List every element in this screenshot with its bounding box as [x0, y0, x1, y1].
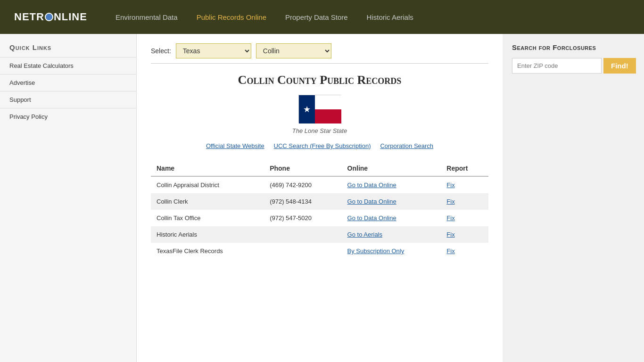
fix-link[interactable]: Fix — [446, 198, 454, 205]
state-select[interactable]: AlabamaAlaskaArizonaArkansasCaliforniaCo… — [176, 43, 251, 58]
flag-red-stripe — [315, 109, 341, 123]
zip-input[interactable] — [512, 58, 602, 74]
fix-link[interactable]: Fix — [446, 231, 454, 238]
county-title: Collin County Public Records — [151, 73, 488, 87]
record-report[interactable]: Fix — [441, 226, 488, 243]
main-nav: Environmental Data Public Records Online… — [106, 0, 423, 34]
col-header-online: Online — [342, 161, 441, 176]
site-logo: NETRNLINE — [14, 11, 87, 23]
record-name: Collin Clerk — [151, 193, 264, 210]
zip-search-row: Find! — [512, 58, 635, 74]
fix-link[interactable]: Fix — [446, 247, 454, 255]
record-name: TexasFile Clerk Records — [151, 243, 264, 259]
globe-icon — [45, 13, 53, 21]
corporation-search-link[interactable]: Corporation Search — [380, 142, 433, 149]
col-header-name: Name — [151, 161, 264, 176]
nav-environmental-data[interactable]: Environmental Data — [106, 0, 187, 34]
record-name: Collin Tax Office — [151, 210, 264, 226]
nav-property-data-store[interactable]: Property Data Store — [276, 0, 357, 34]
record-online[interactable]: Go to Aerials — [342, 226, 441, 243]
col-header-report: Report — [441, 161, 488, 176]
select-row: Select: AlabamaAlaskaArizonaArkansasCali… — [151, 43, 488, 64]
table-row: Collin Tax Office(972) 547-5020Go to Dat… — [151, 210, 488, 226]
record-online[interactable]: By Subscription Only — [342, 243, 441, 259]
flag-star-icon: ★ — [303, 105, 311, 114]
sidebar-item-advertise[interactable]: Advertise — [0, 74, 136, 91]
record-report[interactable]: Fix — [441, 176, 488, 193]
record-online[interactable]: Go to Data Online — [342, 210, 441, 226]
flag-container: ★ — [151, 95, 488, 124]
record-phone: (469) 742-9200 — [264, 176, 341, 193]
record-name: Historic Aerials — [151, 226, 264, 243]
fix-link[interactable]: Fix — [446, 214, 454, 222]
nav-public-records-online[interactable]: Public Records Online — [187, 0, 276, 34]
state-links: Official State Website UCC Search (Free … — [151, 142, 488, 149]
sidebar-item-real-estate[interactable]: Real Estate Calculators — [0, 57, 136, 74]
record-online[interactable]: Go to Data Online — [342, 193, 441, 210]
table-row: Collin Clerk(972) 548-4134Go to Data Onl… — [151, 193, 488, 210]
official-state-link[interactable]: Official State Website — [206, 142, 264, 149]
find-button[interactable]: Find! — [603, 58, 636, 74]
sidebar-item-support[interactable]: Support — [0, 91, 136, 108]
record-report[interactable]: Fix — [441, 243, 488, 259]
record-phone — [264, 226, 341, 243]
record-phone: (972) 547-5020 — [264, 210, 341, 226]
online-link[interactable]: Go to Data Online — [347, 198, 396, 205]
record-online[interactable]: Go to Data Online — [342, 176, 441, 193]
foreclosure-title: Search for Forclosures — [512, 43, 635, 51]
main-content: Select: AlabamaAlaskaArizonaArkansasCali… — [137, 34, 503, 362]
nav-historic-aerials[interactable]: Historic Aerials — [357, 0, 423, 34]
county-select[interactable]: CollinDallasHarrisTravisBexarTarrantEl P… — [256, 43, 331, 58]
online-link[interactable]: Go to Data Online — [347, 214, 396, 222]
col-header-phone: Phone — [264, 161, 341, 176]
flag-caption: The Lone Star State — [151, 127, 488, 134]
online-link[interactable]: Go to Aerials — [347, 231, 382, 238]
select-label: Select: — [151, 47, 171, 55]
site-header: NETRNLINE Environmental Data Public Reco… — [0, 0, 644, 34]
table-row: Historic AerialsGo to AerialsFix — [151, 226, 488, 243]
table-row: TexasFile Clerk RecordsBy Subscription O… — [151, 243, 488, 259]
records-table: Name Phone Online Report Collin Appraisa… — [151, 161, 488, 259]
fix-link[interactable]: Fix — [446, 181, 454, 189]
record-phone — [264, 243, 341, 259]
texas-flag: ★ — [298, 95, 341, 123]
sidebar-item-privacy[interactable]: Privacy Policy — [0, 108, 136, 125]
record-phone: (972) 548-4134 — [264, 193, 341, 210]
left-sidebar: Quick Links Real Estate Calculators Adve… — [0, 34, 137, 362]
online-link[interactable]: Go to Data Online — [347, 181, 396, 189]
record-name: Collin Appraisal District — [151, 176, 264, 193]
flag-white-stripe — [315, 95, 341, 109]
sidebar-title: Quick Links — [0, 43, 136, 57]
record-report[interactable]: Fix — [441, 210, 488, 226]
record-report[interactable]: Fix — [441, 193, 488, 210]
right-sidebar: Search for Forclosures Find! — [503, 34, 644, 362]
online-link[interactable]: By Subscription Only — [347, 247, 405, 255]
ucc-search-link[interactable]: UCC Search (Free By Subscription) — [274, 142, 371, 149]
table-row: Collin Appraisal District(469) 742-9200G… — [151, 176, 488, 193]
main-layout: Quick Links Real Estate Calculators Adve… — [0, 34, 644, 362]
